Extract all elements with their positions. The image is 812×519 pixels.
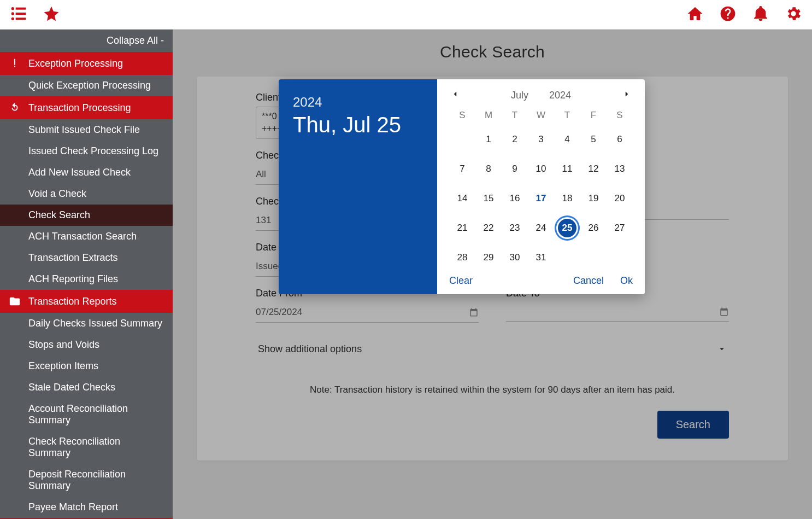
datepicker-day[interactable]: 15 [478,188,499,209]
datepicker-day[interactable]: 16 [504,188,526,209]
nav-item[interactable]: Issued Check Processing Log [0,141,173,162]
home-icon[interactable] [686,5,704,25]
datepicker-day[interactable]: 2 [504,129,526,150]
datepicker-day[interactable]: 27 [609,217,631,239]
nav-item[interactable]: Check Reconciliation Summary [0,431,173,464]
datepicker-day[interactable]: 25 [556,217,578,239]
gear-icon[interactable] [785,5,802,25]
datepicker-dow: M [475,110,502,121]
svg-point-2 [11,12,14,15]
datepicker-clear-button[interactable]: Clear [449,275,473,287]
sidebar: Collapse All - Exception ProcessingQuick… [0,30,173,519]
datepicker-day[interactable]: 7 [451,158,473,180]
datepicker-day[interactable]: 31 [530,247,552,269]
datepicker-day[interactable]: 24 [530,217,552,239]
nav-section-header[interactable]: Exception Processing [0,52,173,75]
datepicker-side-date[interactable]: Thu, Jul 25 [293,112,423,137]
datepicker-day-empty [451,129,473,150]
nav-item[interactable]: Void a Check [0,183,173,205]
datepicker-day[interactable]: 14 [451,188,473,209]
bell-icon[interactable] [752,5,769,25]
datepicker-dow: W [528,110,554,121]
topbar [0,0,812,30]
datepicker-day[interactable]: 6 [609,129,631,150]
datepicker-day[interactable]: 11 [556,158,578,180]
datepicker-day[interactable]: 28 [451,247,473,269]
collapse-all[interactable]: Collapse All - [0,30,173,52]
datepicker: 2024 Thu, Jul 25 July 2024 SMTWTFS123456… [279,79,645,294]
datepicker-day[interactable]: 3 [530,129,552,150]
help-icon[interactable] [719,5,737,25]
datepicker-year-label[interactable]: 2024 [549,90,571,101]
nav-item[interactable]: Daily Checks Issued Summary [0,313,173,334]
nav-item[interactable]: Quick Exception Processing [0,75,173,96]
svg-point-0 [11,7,14,10]
datepicker-day[interactable]: 29 [478,247,499,269]
datepicker-day[interactable]: 26 [582,217,604,239]
nav-item[interactable]: Submit Issued Check File [0,119,173,141]
datepicker-day[interactable]: 1 [478,129,499,150]
datepicker-prev-month[interactable] [450,89,460,101]
nav-item[interactable]: Deposit Reconciliation Summary [0,464,173,497]
datepicker-ok-button[interactable]: Ok [620,275,633,287]
nav-section-label: Transaction Reports [28,296,116,307]
nav-item[interactable]: Stops and Voids [0,334,173,355]
datepicker-day[interactable]: 19 [582,188,604,209]
nav-item[interactable]: ACH Reporting Files [0,269,173,290]
datepicker-next-month[interactable] [622,89,632,101]
datepicker-dow: T [502,110,528,121]
datepicker-dow: S [607,110,633,121]
datepicker-month-label[interactable]: July [511,90,528,101]
datepicker-day[interactable]: 22 [478,217,499,239]
svg-rect-1 [16,7,26,9]
nav-item[interactable]: Check Search [0,205,173,226]
datepicker-side-panel: 2024 Thu, Jul 25 [279,79,437,294]
nav-item[interactable]: Add New Issued Check [0,162,173,183]
datepicker-day[interactable]: 4 [556,129,578,150]
nav-item[interactable]: ACH Transaction Search [0,226,173,247]
nav-item[interactable]: Payee Match Report [0,497,173,518]
datepicker-day[interactable]: 9 [504,158,526,180]
datepicker-day[interactable]: 30 [504,247,526,269]
star-icon[interactable] [43,5,60,25]
datepicker-day[interactable]: 17 [530,188,552,209]
nav-item[interactable]: Stale Dated Checks [0,377,173,398]
datepicker-day[interactable]: 5 [582,129,604,150]
nav-section-label: Exception Processing [28,58,123,69]
svg-point-4 [11,17,14,20]
datepicker-side-year[interactable]: 2024 [293,95,423,110]
datepicker-day[interactable]: 8 [478,158,499,180]
nav-section-header[interactable]: Transaction Reports [0,290,173,313]
datepicker-cancel-button[interactable]: Cancel [573,275,604,287]
nav-item[interactable]: Account Reconciliation Summary [0,398,173,431]
datepicker-day[interactable]: 23 [504,217,526,239]
datepicker-dow: T [554,110,580,121]
datepicker-day[interactable]: 13 [609,158,631,180]
datepicker-day[interactable]: 21 [451,217,473,239]
datepicker-day[interactable]: 10 [530,158,552,180]
datepicker-day[interactable]: 18 [556,188,578,209]
menu-icon[interactable] [10,5,27,25]
datepicker-dow: S [449,110,475,121]
datepicker-dow: F [580,110,607,121]
svg-rect-3 [16,13,26,15]
nav-item[interactable]: Transaction Extracts [0,247,173,269]
datepicker-day[interactable]: 12 [582,158,604,180]
datepicker-day[interactable]: 20 [609,188,631,209]
nav-item[interactable]: Exception Items [0,355,173,377]
nav-section-label: Transaction Processing [28,102,131,114]
nav-section-header[interactable]: Transaction Processing [0,96,173,119]
svg-rect-5 [16,18,26,20]
